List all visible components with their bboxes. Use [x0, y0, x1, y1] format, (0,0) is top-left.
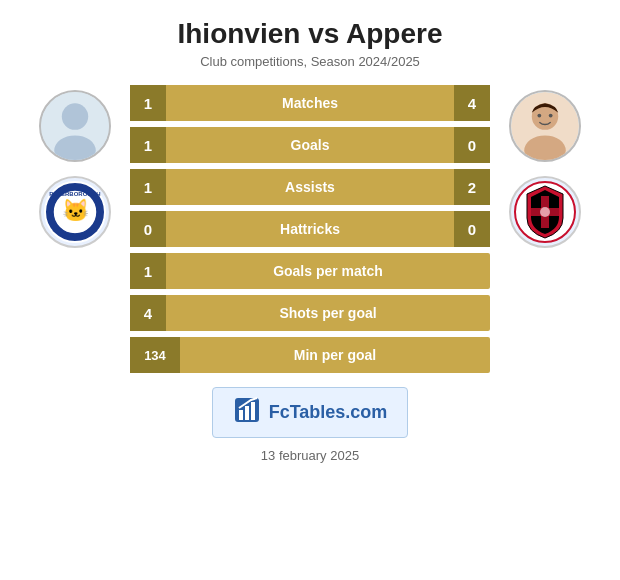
page-title: Ihionvien vs Appere	[177, 18, 442, 50]
page-container: Ihionvien vs Appere Club competitions, S…	[0, 0, 620, 580]
stat-goals-per-match-left: 1	[130, 253, 166, 289]
footer-date: 13 february 2025	[261, 448, 359, 463]
stat-min-per-goal-left: 134	[130, 337, 180, 373]
page-subtitle: Club competitions, Season 2024/2025	[200, 54, 420, 69]
fctables-box: FcTables.com	[212, 387, 409, 438]
stat-row-matches: 1 Matches 4	[130, 85, 490, 121]
stat-goals-right: 0	[454, 127, 490, 163]
stat-goals-label: Goals	[166, 137, 454, 153]
stat-assists-label: Assists	[166, 179, 454, 195]
sunderland-svg	[513, 180, 577, 244]
stat-row-min-per-goal: 134 Min per goal	[130, 337, 490, 373]
left-badges: 🐱 PETERBOROUGH 1934	[20, 85, 130, 248]
stat-assists-left: 1	[130, 169, 166, 205]
svg-rect-20	[251, 402, 255, 420]
team-logo-peterborough: 🐱 PETERBOROUGH 1934	[39, 176, 111, 248]
stat-shots-per-goal-left: 4	[130, 295, 166, 331]
bars-section: 1 Matches 4 1 Goals 0 1 Assists 2 0 Hatt…	[130, 85, 490, 373]
stat-goals-left: 1	[130, 127, 166, 163]
team-logo-sunderland	[509, 176, 581, 248]
stat-hattricks-label: Hattricks	[166, 221, 454, 237]
svg-rect-18	[239, 410, 243, 420]
svg-point-12	[549, 114, 553, 118]
stat-row-goals-per-match: 1 Goals per match	[130, 253, 490, 289]
stat-shots-per-goal-label: Shots per goal	[166, 305, 490, 321]
fctables-label: FcTables.com	[269, 402, 388, 423]
stat-hattricks-left: 0	[130, 211, 166, 247]
svg-rect-19	[245, 406, 249, 420]
stat-matches-right: 4	[454, 85, 490, 121]
svg-text:PETERBOROUGH: PETERBOROUGH	[49, 191, 100, 197]
stat-row-goals: 1 Goals 0	[130, 127, 490, 163]
stat-row-assists: 1 Assists 2	[130, 169, 490, 205]
svg-point-16	[540, 207, 550, 217]
stat-matches-label: Matches	[166, 95, 454, 111]
svg-point-11	[537, 114, 541, 118]
fctables-icon	[233, 396, 261, 429]
stat-row-shots-per-goal: 4 Shots per goal	[130, 295, 490, 331]
main-content: 🐱 PETERBOROUGH 1934 1 Matches 4 1 Goals …	[10, 85, 610, 373]
player-ihionvien-photo	[39, 90, 111, 162]
svg-point-1	[62, 103, 88, 129]
stat-goals-per-match-label: Goals per match	[166, 263, 490, 279]
stat-matches-left: 1	[130, 85, 166, 121]
peterborough-svg: 🐱 PETERBOROUGH 1934	[43, 180, 107, 244]
player-appere-photo	[509, 90, 581, 162]
stat-assists-right: 2	[454, 169, 490, 205]
svg-text:1934: 1934	[69, 232, 80, 238]
stat-min-per-goal-label: Min per goal	[180, 347, 490, 363]
stat-row-hattricks: 0 Hattricks 0	[130, 211, 490, 247]
right-badges	[490, 85, 600, 248]
svg-text:🐱: 🐱	[62, 197, 90, 224]
stat-hattricks-right: 0	[454, 211, 490, 247]
